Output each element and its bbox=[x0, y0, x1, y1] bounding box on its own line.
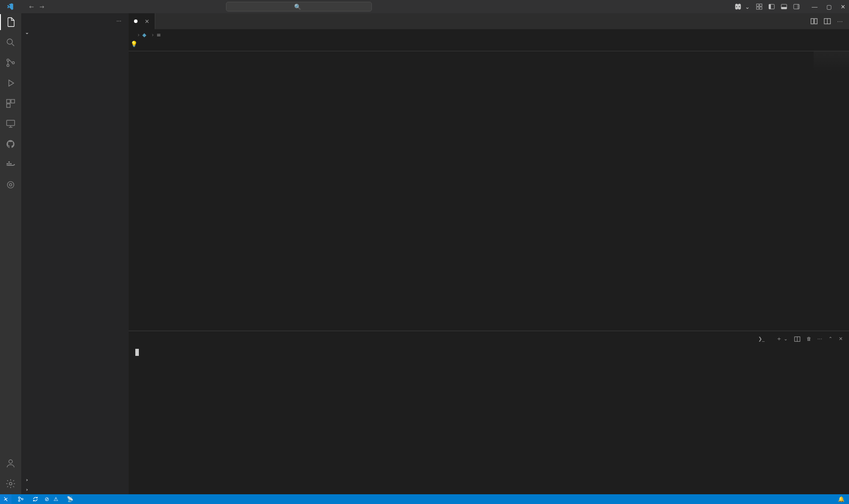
sticky-scroll[interactable] bbox=[129, 41, 849, 51]
lightbulb-icon[interactable]: 💡 bbox=[130, 41, 138, 47]
panel-more-icon[interactable]: ⋯ bbox=[818, 336, 822, 342]
symbol-icon: ≡ bbox=[157, 32, 161, 38]
activity-extensions-icon[interactable] bbox=[5, 98, 16, 109]
activity-github-icon[interactable] bbox=[5, 139, 16, 149]
status-bar: ⊘ ⚠ 📡 🔔 bbox=[0, 494, 849, 504]
svg-rect-4 bbox=[757, 7, 759, 9]
svg-point-25 bbox=[9, 183, 12, 186]
sidebar: ⋯ ⌄ › › bbox=[21, 13, 129, 494]
svg-point-13 bbox=[7, 59, 9, 61]
file-tree bbox=[21, 36, 129, 474]
search-icon: 🔍 bbox=[294, 4, 301, 10]
activity-gear-alt-icon[interactable] bbox=[5, 179, 16, 190]
sidebar-root[interactable]: ⌄ bbox=[21, 29, 129, 36]
breadcrumbs[interactable]: › ◆ › ≡ bbox=[129, 29, 849, 41]
svg-point-35 bbox=[19, 500, 20, 502]
editor[interactable]: 💡 bbox=[129, 41, 849, 331]
status-problems[interactable]: ⊘ ⚠ bbox=[45, 496, 61, 502]
panel-right-icon[interactable] bbox=[793, 4, 799, 10]
activity-scm-icon[interactable] bbox=[5, 57, 16, 68]
modified-dot-icon bbox=[134, 19, 138, 23]
new-terminal-icon[interactable]: + bbox=[777, 336, 781, 342]
svg-rect-7 bbox=[769, 4, 771, 9]
svg-rect-18 bbox=[7, 104, 10, 107]
svg-rect-11 bbox=[797, 4, 799, 9]
svg-rect-3 bbox=[760, 4, 762, 6]
activity-debug-icon[interactable] bbox=[5, 78, 16, 88]
svg-point-14 bbox=[7, 65, 9, 67]
terminal-shell-icon[interactable]: ❯_ bbox=[758, 336, 765, 342]
svg-point-34 bbox=[19, 497, 20, 499]
chevron-right-icon: › bbox=[24, 477, 30, 483]
terminal-dropdown-icon[interactable]: ⌄ bbox=[784, 336, 788, 342]
title-bar: ← → 🔍 ⌄ ― ▢ ✕ bbox=[0, 0, 849, 13]
layout-customize-icon[interactable] bbox=[756, 4, 762, 10]
activity-docker-icon[interactable] bbox=[5, 159, 16, 170]
status-ports[interactable]: 📡 bbox=[67, 496, 76, 502]
copilot-icon[interactable] bbox=[734, 3, 742, 10]
activity-bar bbox=[0, 13, 21, 494]
panel: ❯_ + ⌄ 🗑 ⋯ ⌃ ✕ bbox=[129, 331, 849, 494]
nav-back-icon[interactable]: ← bbox=[29, 4, 34, 10]
panel-maximize-icon[interactable]: ⌃ bbox=[829, 336, 833, 342]
panel-tabs: ❯_ + ⌄ 🗑 ⋯ ⌃ ✕ bbox=[129, 331, 849, 347]
editor-more-icon[interactable]: ⋯ bbox=[837, 18, 843, 25]
window-maximize-icon[interactable]: ▢ bbox=[826, 4, 832, 10]
chevron-down-icon: ⌄ bbox=[24, 30, 30, 35]
chevron-right-icon: › bbox=[24, 487, 30, 493]
vscode-logo-icon bbox=[6, 3, 14, 11]
panel-close-icon[interactable]: ✕ bbox=[839, 336, 843, 342]
split-terminal-icon[interactable] bbox=[794, 336, 800, 342]
status-branch[interactable] bbox=[18, 496, 26, 502]
remote-indicator[interactable] bbox=[0, 494, 11, 504]
terminal[interactable] bbox=[129, 347, 849, 494]
activity-account-icon[interactable] bbox=[5, 458, 16, 469]
antenna-icon: 📡 bbox=[67, 496, 73, 502]
svg-rect-19 bbox=[7, 120, 15, 126]
split-editor-icon[interactable] bbox=[824, 18, 831, 25]
svg-rect-21 bbox=[8, 163, 10, 164]
svg-point-27 bbox=[9, 482, 12, 485]
editor-area: ✕ ⋯ › ◆ › ≡ 💡 bbox=[129, 13, 849, 494]
sidebar-more-icon[interactable]: ⋯ bbox=[117, 18, 122, 24]
status-notifications-icon[interactable]: 🔔 bbox=[838, 496, 845, 502]
open-changes-icon[interactable] bbox=[811, 18, 818, 25]
panel-bottom-icon[interactable] bbox=[781, 4, 787, 10]
status-sync[interactable] bbox=[32, 496, 38, 502]
tab-contributors[interactable]: ✕ bbox=[129, 13, 155, 29]
svg-rect-5 bbox=[760, 7, 762, 9]
markdown-icon: ◆ bbox=[142, 32, 146, 38]
svg-rect-23 bbox=[8, 161, 10, 163]
kill-terminal-icon[interactable]: 🗑 bbox=[807, 336, 811, 342]
sidebar-outline[interactable]: › bbox=[21, 475, 129, 485]
activity-remote-icon[interactable] bbox=[5, 118, 16, 129]
svg-rect-2 bbox=[757, 4, 759, 6]
svg-rect-22 bbox=[10, 163, 11, 164]
panel-left-icon[interactable] bbox=[769, 4, 775, 10]
svg-point-12 bbox=[7, 39, 12, 44]
svg-rect-9 bbox=[781, 7, 787, 9]
warning-icon: ⚠ bbox=[54, 496, 58, 502]
svg-rect-20 bbox=[7, 163, 8, 164]
window-minimize-icon[interactable]: ― bbox=[812, 4, 818, 10]
svg-point-15 bbox=[12, 62, 15, 64]
command-center[interactable]: 🔍 bbox=[226, 2, 372, 11]
svg-rect-29 bbox=[815, 19, 817, 24]
tabs: ✕ ⋯ bbox=[129, 13, 849, 29]
code[interactable] bbox=[156, 51, 849, 331]
svg-point-36 bbox=[22, 498, 23, 500]
svg-rect-17 bbox=[11, 99, 15, 103]
window-close-icon[interactable]: ✕ bbox=[841, 4, 845, 10]
svg-point-24 bbox=[8, 182, 14, 188]
svg-rect-16 bbox=[7, 99, 10, 103]
activity-search-icon[interactable] bbox=[5, 37, 16, 48]
activity-explorer-icon[interactable] bbox=[5, 17, 16, 27]
nav-arrows: ← → bbox=[29, 4, 44, 10]
activity-settings-icon[interactable] bbox=[5, 478, 16, 489]
sidebar-timeline[interactable]: › bbox=[21, 485, 129, 494]
svg-point-0 bbox=[736, 6, 737, 7]
svg-rect-28 bbox=[811, 19, 814, 24]
tab-close-icon[interactable]: ✕ bbox=[145, 18, 149, 25]
nav-forward-icon[interactable]: → bbox=[39, 4, 44, 10]
svg-point-1 bbox=[739, 6, 740, 7]
